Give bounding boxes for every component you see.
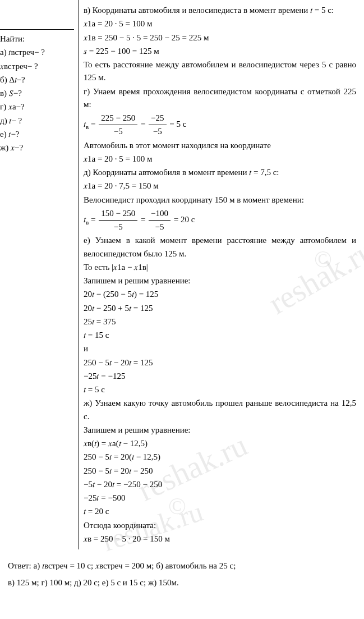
section-v-intro: в) Координаты автомобиля и велосипедиста…	[84, 4, 356, 17]
section-g-text: Автомобиль в этот момент находился на ко…	[84, 139, 356, 152]
equation: 𝑥1а = 20 · 5 = 100 м	[84, 153, 356, 166]
equation: 𝑥1а = 20 · 5 = 100 м	[84, 17, 356, 30]
answer-line: в) 125 м; г) 100 м; д) 20 с; е) 5 с и 15…	[8, 575, 356, 591]
section-zh-from: Отсюда координата:	[84, 519, 356, 532]
equation-fraction: 𝑡в = 225 − 250−5 = −25−5 = 5 с	[84, 112, 356, 139]
section-e-and: и	[84, 342, 356, 355]
equation: −25𝑡 = −500	[84, 492, 356, 505]
equation: −25𝑡 = −125	[84, 370, 356, 383]
equation: 𝑥1в = 250 − 5 · 5 = 250 − 25 = 225 м	[84, 31, 356, 44]
find-item: ж) 𝑥−?	[0, 141, 74, 154]
find-item: е) 𝑡−?	[0, 128, 74, 141]
equation: 𝑠 = 225 − 100 = 125 м	[84, 45, 356, 58]
answer-block: Ответ: а) 𝑡встреч = 10 с; 𝑥встреч = 200 …	[0, 549, 364, 595]
equation: 250 − 5𝑡 = 20𝑡 − 250	[84, 465, 356, 478]
equation: 20𝑡 − 250 + 5𝑡 = 125	[84, 302, 356, 315]
find-item: б) ∆𝑡−?	[0, 74, 74, 86]
answer-line: Ответ: а) 𝑡встреч = 10 с; 𝑥встреч = 200 …	[8, 558, 356, 574]
section-zh-write: Запишем и решим уравнение:	[84, 424, 356, 437]
equation: 𝑥в(𝑡) = 𝑥а(𝑡 − 12,5)	[84, 437, 356, 450]
find-item: г) 𝑥а−?	[0, 100, 74, 113]
section-zh-intro: ж) Узнаем какую точку автомобиль прошел …	[84, 397, 356, 423]
section-e-write: Запишем и решим уравнение:	[84, 274, 356, 287]
equation: 𝑥1а = 20 · 7,5 = 150 м	[84, 180, 356, 192]
equation: 20𝑡 − (250 − 5𝑡) = 125	[84, 288, 356, 301]
equation-fraction: 𝑡в = 150 − 250−5 = −100−5 = 20 с	[84, 207, 356, 234]
equation: 𝑡 = 20 с	[84, 505, 356, 518]
section-g-intro: г) Унаем время прохождения велосипедисто…	[84, 85, 356, 112]
left-column: Найти: а) 𝑡встреч− ? 𝑥встреч− ? б) ∆𝑡−? …	[0, 0, 79, 549]
find-item: а) 𝑡встреч− ?	[0, 46, 74, 59]
equation: 250 − 5𝑡 − 20𝑡 = 125	[84, 356, 356, 369]
section-v-conclusion: То есть расстояние между автомобилем и в…	[84, 58, 356, 85]
solution-page: Найти: а) 𝑡встреч− ? 𝑥встреч− ? б) ∆𝑡−? …	[0, 0, 364, 549]
equation: 𝑡 = 15 с	[84, 329, 356, 342]
right-column: в) Координаты автомобиля и велосипедиста…	[79, 0, 364, 549]
equation: 𝑡 = 5 с	[84, 383, 356, 396]
section-d-intro: д) Координаты автомобиля в момент времен…	[84, 166, 356, 179]
find-item: д) 𝑡− ?	[0, 114, 74, 127]
equation: 250 − 5𝑡 = 20(𝑡 − 12,5)	[84, 451, 356, 464]
section-e-abs: То есть |𝑥1а − 𝑥1в|	[84, 261, 356, 274]
equation: 25𝑡 = 375	[84, 315, 356, 328]
find-item: в) 𝑆−?	[0, 87, 74, 100]
section-d-text: Велосипедист проходил координату 150 м в…	[84, 194, 356, 207]
find-heading: Найти:	[0, 33, 74, 45]
section-e-intro: е) Узнаем в какой момент времени расстоя…	[84, 234, 356, 260]
equation: 𝑥в = 250 − 5 · 20 = 150 м	[84, 533, 356, 545]
find-item: 𝑥встреч− ?	[0, 60, 74, 73]
equation: −5𝑡 − 20𝑡 = −250 − 250	[84, 478, 356, 491]
